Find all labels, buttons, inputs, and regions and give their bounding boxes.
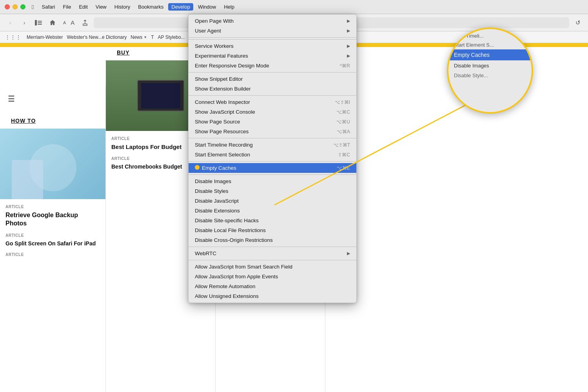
menu-show-snippet-editor-label: Show Snippet Editor [195,76,350,82]
menu-allow-js-events-label: Allow JavaScript from Apple Events [195,274,350,279]
menu-disable-extensions[interactable]: Disable Extensions [189,206,356,216]
menu-allow-remote[interactable]: Allow Remote Automation [189,281,356,291]
show-page-resources-shortcut: ⌥⌘A [337,129,350,134]
menu-allow-js-search-label: Allow JavaScript from Smart Search Field [195,264,350,270]
connect-web-inspector-shortcut: ⌥⇧⌘I [335,100,350,105]
menu-show-js-console[interactable]: Show JavaScript Console ⌥⌘C [189,107,356,117]
zoom-disable-images: Disable Images [448,60,532,71]
menu-show-page-resources[interactable]: Show Page Resources ⌥⌘A [189,127,356,136]
menu-start-timeline-label: Start Timeline Recording [195,142,318,148]
user-agent-arrow: ▶ [347,28,350,33]
webrtc-arrow: ▶ [347,251,350,256]
start-element-shortcut: ⇧⌘C [338,152,350,158]
menu-experimental-features[interactable]: Experimental Features ▶ [189,51,356,61]
menu-connect-web-inspector[interactable]: Connect Web Inspector ⌥⇧⌘I [189,97,356,107]
divider-8 [189,260,356,260]
menu-disable-cross-origin[interactable]: Disable Cross-Origin Restrictions [189,235,356,245]
zoom-empty-caches: Empty Caches [448,49,532,60]
menu-show-page-source[interactable]: Show Page Source ⌥⌘U [189,117,356,127]
zoom-circle: Start Timeli... Start Element S... Empty… [447,27,533,114]
menu-service-workers[interactable]: Service Workers ▶ [189,41,356,51]
show-js-console-shortcut: ⌥⌘C [336,109,350,115]
divider-6 [189,174,356,175]
menu-allow-unsigned[interactable]: Allow Unsigned Extensions [189,291,356,301]
menu-disable-site-hacks[interactable]: Disable Site-specific Hacks [189,216,356,225]
menu-webrtc[interactable]: WebRTC ▶ [189,249,356,258]
menu-webrtc-label: WebRTC [195,250,347,256]
menu-disable-cross-origin-label: Disable Cross-Origin Restrictions [195,237,350,243]
menu-disable-site-hacks-label: Disable Site-specific Hacks [195,218,350,223]
divider-2 [189,72,356,73]
menu-start-timeline[interactable]: Start Timeline Recording ⌥⇧⌘T [189,140,356,150]
menu-show-extension-builder[interactable]: Show Extension Builder [189,84,356,94]
menu-enter-responsive-label: Enter Responsive Design Mode [195,63,324,69]
divider-4 [189,138,356,138]
empty-caches-shortcut: ⌥⌘E [337,165,350,171]
service-workers-arrow: ▶ [347,44,350,49]
menu-connect-web-inspector-label: Connect Web Inspector [195,99,319,105]
divider-1 [189,37,356,38]
menu-user-agent-label: User Agent [195,28,347,34]
menu-disable-styles-label: Disable Styles [195,188,350,194]
menu-allow-js-events[interactable]: Allow JavaScript from Apple Events [189,272,356,281]
zoom-disable-styles: Disable Style... [448,71,532,82]
zoom-start-element: Start Element S... [448,40,532,49]
divider-5 [189,161,356,162]
menu-disable-javascript[interactable]: Disable JavaScript [189,196,356,206]
develop-dropdown-menu: Open Page With ▶ User Agent ▶ Service Wo… [188,14,357,303]
yellow-dot [195,165,200,170]
divider-3 [189,95,356,96]
menu-empty-caches-label: Empty Caches [195,165,321,171]
menu-experimental-features-label: Experimental Features [195,53,347,59]
menu-allow-remote-label: Allow Remote Automation [195,283,350,289]
menu-disable-styles[interactable]: Disable Styles [189,186,356,196]
menu-start-element-label: Start Element Selection [195,152,322,158]
menu-show-snippet-editor[interactable]: Show Snippet Editor [189,74,356,84]
menu-show-js-console-label: Show JavaScript Console [195,109,321,115]
show-page-source-shortcut: ⌥⌘U [336,119,350,125]
menu-service-workers-label: Service Workers [195,43,347,49]
menu-disable-images[interactable]: Disable Images [189,176,356,186]
start-timeline-shortcut: ⌥⇧⌘T [333,142,350,148]
menu-start-element[interactable]: Start Element Selection ⇧⌘C [189,150,356,160]
menu-open-page-with[interactable]: Open Page With ▶ [189,16,356,26]
menu-disable-images-label: Disable Images [195,178,350,184]
menu-enter-responsive[interactable]: Enter Responsive Design Mode ^⌘R [189,61,356,71]
menu-show-extension-builder-label: Show Extension Builder [195,86,350,92]
menu-disable-extensions-label: Disable Extensions [195,208,350,214]
enter-responsive-shortcut: ^⌘R [340,63,350,69]
menu-show-page-source-label: Show Page Source [195,119,321,125]
menu-open-page-with-label: Open Page With [195,18,347,24]
menu-disable-local-file[interactable]: Disable Local File Restrictions [189,225,356,235]
menu-user-agent[interactable]: User Agent ▶ [189,26,356,36]
menu-disable-javascript-label: Disable JavaScript [195,198,350,204]
menu-empty-caches[interactable]: Empty Caches ⌥⌘E [189,163,356,173]
menu-allow-unsigned-label: Allow Unsigned Extensions [195,293,350,299]
divider-7 [189,247,356,247]
experimental-features-arrow: ▶ [347,53,350,58]
open-page-with-arrow: ▶ [347,18,350,24]
menu-show-page-resources-label: Show Page Resources [195,129,321,134]
menu-disable-local-file-label: Disable Local File Restrictions [195,227,350,233]
divider-1b [189,39,356,40]
menu-allow-js-search[interactable]: Allow JavaScript from Smart Search Field [189,262,356,272]
